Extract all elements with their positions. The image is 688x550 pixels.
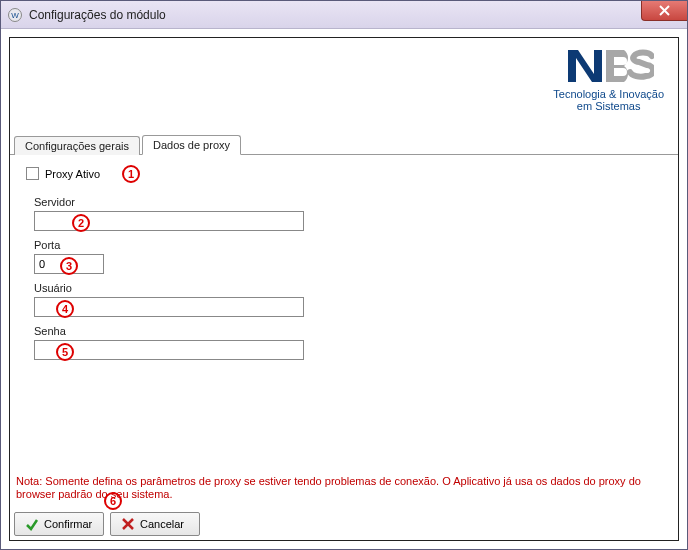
x-icon <box>121 517 135 531</box>
port-label: Porta <box>34 239 662 251</box>
tab-strip: Configurações gerais Dados de proxy <box>10 131 678 155</box>
nbs-logo <box>564 44 654 86</box>
check-icon <box>25 517 39 531</box>
tab-general[interactable]: Configurações gerais <box>14 136 140 155</box>
window-title: Configurações do módulo <box>29 8 166 22</box>
window-frame: Tecnologia & Inovação em Sistemas Config… <box>9 37 679 541</box>
server-group: Servidor 2 <box>34 196 662 231</box>
app-icon: W <box>7 7 23 23</box>
server-label: Servidor <box>34 196 662 208</box>
proxy-active-label: Proxy Ativo <box>45 168 100 180</box>
user-input[interactable] <box>34 297 304 317</box>
svg-marker-4 <box>568 50 602 82</box>
tab-proxy[interactable]: Dados de proxy <box>142 135 241 155</box>
port-group: Porta 3 <box>34 239 662 274</box>
confirm-label: Confirmar <box>44 518 92 530</box>
tab-body-proxy: Proxy Ativo 1 Servidor 2 Porta 3 Usuário… <box>10 155 678 474</box>
confirm-button[interactable]: Confirmar <box>14 512 104 536</box>
cancel-button[interactable]: Cancelar <box>110 512 200 536</box>
server-input[interactable] <box>34 211 304 231</box>
logo-area: Tecnologia & Inovação em Sistemas <box>553 44 664 112</box>
user-group: Usuário 4 <box>34 282 662 317</box>
proxy-active-row: Proxy Ativo 1 <box>26 167 662 180</box>
cancel-label: Cancelar <box>140 518 184 530</box>
annotation-1: 1 <box>122 165 140 183</box>
titlebar: W Configurações do módulo <box>1 1 687 29</box>
proxy-note: Nota: Somente defina os parâmetros de pr… <box>16 475 672 503</box>
password-input[interactable] <box>34 340 304 360</box>
password-label: Senha <box>34 325 662 337</box>
proxy-active-checkbox[interactable] <box>26 167 39 180</box>
svg-text:W: W <box>11 11 19 20</box>
logo-tagline-1: Tecnologia & Inovação <box>553 88 664 100</box>
close-icon <box>659 5 670 16</box>
port-input[interactable] <box>34 254 104 274</box>
close-button[interactable] <box>641 1 687 21</box>
user-label: Usuário <box>34 282 662 294</box>
logo-tagline-2: em Sistemas <box>553 100 664 112</box>
button-bar: Confirmar Cancelar <box>14 512 200 536</box>
password-group: Senha 5 <box>34 325 662 360</box>
